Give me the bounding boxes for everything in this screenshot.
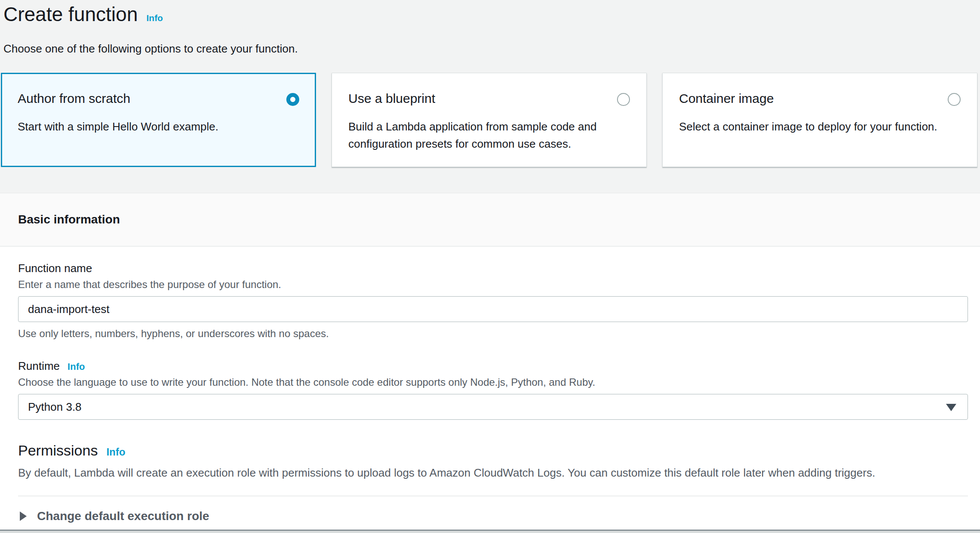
permissions-description: By default, Lambda will create an execut… [18,465,968,480]
permissions-heading-row: Permissions Info [18,441,968,459]
creation-option-cards: Author from scratch Start with a simple … [1,73,977,167]
basic-information-body: Function name Enter a name that describe… [0,247,980,533]
basic-information-panel: Basic information Function name Enter a … [0,193,980,533]
option-card-author-from-scratch[interactable]: Author from scratch Start with a simple … [1,73,316,167]
option-card-title: Container image [679,90,938,107]
expander-label: Change default execution role [37,509,209,523]
create-function-header: Create function Info Choose one of the f… [0,0,980,56]
basic-information-heading: Basic information [18,212,962,227]
runtime-selected-value: Python 3.8 [28,400,81,414]
bottom-edge-divider [0,530,980,533]
radio-button-icon[interactable] [948,93,961,106]
title-info-link[interactable]: Info [146,13,163,23]
option-card-container-image[interactable]: Container image Select a container image… [662,73,977,167]
expand-arrow-icon [20,511,27,521]
runtime-field-group: Runtime Info Choose the language to use … [18,359,968,420]
option-card-description: Select a container image to deploy for y… [679,118,938,135]
runtime-select[interactable]: Python 3.8 [18,394,968,420]
function-name-constraint: Use only letters, numbers, hyphens, or u… [18,327,968,340]
radio-button-icon[interactable] [617,93,630,106]
radio-button-icon[interactable] [286,93,299,106]
function-name-input[interactable] [18,296,968,322]
function-name-field-group: Function name Enter a name that describe… [18,261,968,340]
option-card-title: Use a blueprint [348,90,608,107]
basic-information-header: Basic information [0,193,980,247]
permissions-heading: Permissions [18,441,98,459]
runtime-label-row: Runtime Info [18,359,968,373]
page-subtitle: Choose one of the following options to c… [3,41,977,56]
change-default-execution-role-expander[interactable]: Change default execution role [18,496,968,533]
runtime-description: Choose the language to use to write your… [18,376,968,389]
option-card-title: Author from scratch [18,90,277,107]
chevron-down-icon [946,404,956,411]
runtime-label: Runtime [18,359,60,373]
permissions-info-link[interactable]: Info [106,446,125,458]
function-name-description: Enter a name that describes the purpose … [18,278,968,291]
page-title: Create function [3,3,138,26]
title-row: Create function Info [3,3,977,26]
option-card-description: Build a Lambda application from sample c… [348,118,608,152]
runtime-info-link[interactable]: Info [68,361,85,372]
option-card-use-a-blueprint[interactable]: Use a blueprint Build a Lambda applicati… [332,73,647,167]
function-name-label: Function name [18,261,968,275]
option-card-description: Start with a simple Hello World example. [18,118,277,135]
